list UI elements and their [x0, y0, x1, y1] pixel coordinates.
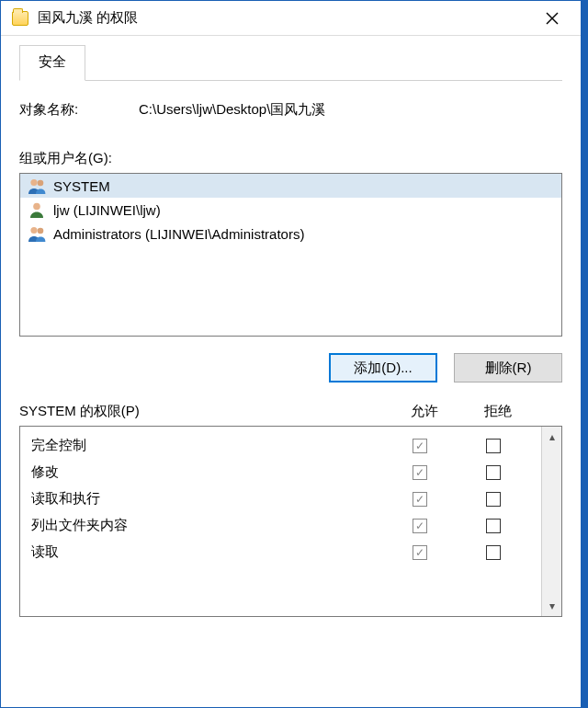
permission-name: 列出文件夹内容 — [31, 517, 383, 534]
deny-cell — [457, 492, 530, 507]
window-title: 国风九溪 的权限 — [38, 9, 138, 27]
permissions-dialog: 国风九溪 的权限 安全 对象名称: C:\Users\ljw\Desktop\国… — [0, 0, 588, 708]
close-button[interactable] — [533, 4, 571, 33]
scrollbar-track[interactable] — [542, 447, 561, 596]
scroll-down-icon[interactable]: ▾ — [542, 596, 561, 616]
deny-checkbox[interactable] — [486, 439, 501, 453]
groups-listbox[interactable]: SYSTEMljw (LIJINWEI\ljw)Administrators (… — [19, 173, 562, 337]
group-buttons-row: 添加(D)... 删除(R) — [19, 353, 562, 383]
object-name-label: 对象名称: — [19, 101, 139, 119]
scroll-up-icon[interactable]: ▴ — [542, 427, 561, 447]
dialog-content: 安全 对象名称: C:\Users\ljw\Desktop\国风九溪 组或用户名… — [1, 36, 581, 707]
list-item-label: SYSTEM — [53, 178, 110, 194]
list-item[interactable]: SYSTEM — [20, 174, 561, 198]
allow-cell — [383, 465, 457, 480]
permissions-scrollbar[interactable]: ▴ ▾ — [541, 427, 561, 616]
allow-checkbox[interactable] — [413, 492, 427, 507]
permission-name: 读取 — [31, 543, 383, 561]
permission-row: 修改 — [20, 459, 541, 485]
svg-point-6 — [38, 228, 44, 234]
tab-security[interactable]: 安全 — [19, 45, 85, 81]
permission-name: 修改 — [31, 463, 383, 481]
title-bar: 国风九溪 的权限 — [1, 1, 581, 36]
permissions-title: SYSTEM 的权限(P) — [19, 403, 388, 420]
permission-name: 完全控制 — [31, 437, 383, 454]
allow-checkbox[interactable] — [413, 465, 427, 480]
add-button[interactable]: 添加(D)... — [329, 353, 437, 383]
deny-cell — [457, 439, 530, 453]
groups-label: 组或用户名(G): — [19, 150, 562, 167]
svg-point-4 — [33, 203, 40, 211]
svg-point-2 — [30, 179, 37, 186]
permission-row: 列出文件夹内容 — [20, 512, 541, 539]
folder-icon — [12, 11, 28, 26]
svg-point-3 — [38, 180, 44, 187]
permission-row: 完全控制 — [20, 432, 541, 459]
column-deny: 拒绝 — [461, 403, 535, 420]
group-icon — [28, 225, 46, 242]
deny-cell — [457, 545, 530, 560]
permissions-header: SYSTEM 的权限(P) 允许 拒绝 — [19, 403, 562, 420]
remove-button[interactable]: 删除(R) — [454, 353, 562, 383]
close-icon — [546, 12, 559, 25]
permissions-listbox: 完全控制修改读取和执行列出文件夹内容读取 ▴ ▾ — [19, 426, 562, 617]
user-icon — [28, 201, 46, 218]
deny-checkbox[interactable] — [486, 492, 501, 507]
allow-cell — [383, 492, 457, 507]
column-allow: 允许 — [388, 403, 461, 420]
deny-checkbox[interactable] — [486, 465, 501, 480]
object-name-row: 对象名称: C:\Users\ljw\Desktop\国风九溪 — [19, 101, 562, 119]
group-icon — [28, 177, 46, 194]
allow-checkbox[interactable] — [413, 439, 427, 453]
permissions-rows: 完全控制修改读取和执行列出文件夹内容读取 — [20, 427, 541, 616]
allow-cell — [383, 545, 457, 560]
deny-cell — [457, 465, 530, 480]
list-item-label: Administrators (LIJINWEI\Administrators) — [53, 226, 304, 242]
allow-cell — [383, 519, 457, 533]
deny-checkbox[interactable] — [486, 519, 501, 533]
deny-cell — [457, 519, 530, 533]
permission-name: 读取和执行 — [31, 490, 383, 508]
list-item-label: ljw (LIJINWEI\ljw) — [53, 202, 161, 218]
object-name-value: C:\Users\ljw\Desktop\国风九溪 — [139, 101, 562, 119]
list-item[interactable]: Administrators (LIJINWEI\Administrators) — [20, 222, 561, 246]
list-item[interactable]: ljw (LIJINWEI\ljw) — [20, 198, 561, 222]
deny-checkbox[interactable] — [486, 545, 501, 560]
svg-point-5 — [30, 227, 37, 234]
allow-checkbox[interactable] — [413, 545, 427, 560]
allow-checkbox[interactable] — [413, 519, 427, 533]
allow-cell — [383, 439, 457, 453]
tab-strip: 安全 — [19, 45, 562, 81]
permission-row: 读取和执行 — [20, 485, 541, 512]
permission-row: 读取 — [20, 539, 541, 565]
